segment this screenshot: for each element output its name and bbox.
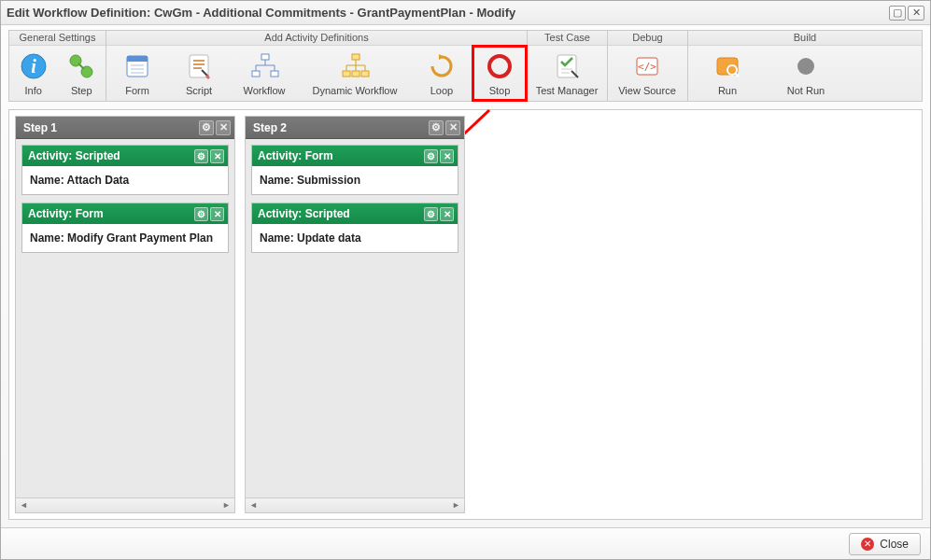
activity-card[interactable]: Activity: Scripted ⚙ ✕ Name: Update data — [251, 203, 458, 253]
activity-name: Name: Modify Grant Payment Plan — [22, 224, 228, 252]
activity-card[interactable]: Activity: Scripted ⚙ ✕ Name: Attach Data — [21, 145, 229, 195]
step-body: Activity: Scripted ⚙ ✕ Name: Attach Data… — [16, 139, 234, 497]
script-button[interactable]: Script — [168, 46, 230, 101]
view-source-icon: </> — [632, 51, 662, 81]
ribbon-group-header: General Settings — [9, 31, 106, 46]
close-icon[interactable]: ✕ — [440, 207, 454, 221]
activity-header: Activity: Scripted ⚙ ✕ — [22, 146, 228, 166]
step-icon — [66, 51, 96, 81]
close-icon[interactable]: ✕ — [210, 207, 224, 221]
svg-rect-16 — [361, 71, 369, 77]
form-button[interactable]: Form — [106, 46, 168, 101]
gear-icon[interactable]: ⚙ — [194, 207, 208, 221]
ribbon-group-header: Build — [688, 31, 922, 46]
horizontal-scrollbar[interactable]: ◄ ► — [246, 497, 464, 512]
ribbon-group-add: Add Activity Definitions Form Script — [106, 31, 528, 101]
loop-icon — [427, 51, 457, 81]
gear-icon[interactable]: ⚙ — [424, 207, 438, 221]
form-icon — [122, 51, 152, 81]
activity-name: Name: Update data — [252, 224, 458, 252]
stop-icon — [485, 51, 515, 81]
svg-point-17 — [489, 56, 510, 77]
ribbon-group-debug: Debug </> View Source — [608, 31, 688, 101]
svg-text:i: i — [31, 56, 36, 77]
window: Edit Workflow Definition: CwGm - Additio… — [0, 0, 931, 560]
svg-text:</>: </> — [638, 61, 656, 73]
svg-point-24 — [797, 58, 814, 75]
run-icon — [712, 51, 742, 81]
test-manager-icon — [552, 51, 582, 81]
script-icon — [184, 51, 214, 81]
close-icon[interactable]: ✕ — [445, 120, 460, 135]
info-icon: i — [19, 51, 49, 81]
close-icon[interactable]: ✕ — [440, 149, 454, 163]
svg-rect-11 — [252, 71, 260, 77]
scroll-left-icon: ◄ — [20, 500, 28, 510]
dynamic-workflow-button[interactable]: Dynamic Workflow — [299, 46, 411, 101]
window-title: Edit Workflow Definition: CwGm - Additio… — [7, 6, 515, 20]
step-header[interactable]: Step 2 ⚙ ✕ — [246, 117, 464, 139]
info-button[interactable]: i Info — [9, 46, 58, 101]
close-icon[interactable]: ✕ — [210, 149, 224, 163]
ribbon-group-header: Test Case — [528, 31, 607, 46]
activity-header: Activity: Scripted ⚙ ✕ — [252, 203, 458, 224]
ribbon-group-testcase: Test Case Test Manager — [528, 31, 608, 101]
run-button[interactable]: Run — [688, 46, 767, 101]
dynamic-workflow-icon — [340, 51, 370, 81]
scroll-left-icon: ◄ — [249, 500, 258, 510]
activity-name: Name: Attach Data — [22, 166, 228, 194]
step-column: Step 2 ⚙ ✕ Activity: Form ⚙ ✕ Name: Subm… — [245, 116, 465, 513]
svg-rect-12 — [271, 71, 278, 77]
step-header[interactable]: Step 1 ⚙ ✕ — [16, 117, 234, 139]
loop-button[interactable]: Loop — [411, 46, 473, 101]
close-icon[interactable]: ✕ — [216, 120, 231, 135]
svg-rect-14 — [343, 71, 350, 77]
not-run-icon — [791, 51, 821, 81]
activity-header: Activity: Form ⚙ ✕ — [252, 146, 458, 166]
titlebar: Edit Workflow Definition: CwGm - Additio… — [1, 1, 930, 25]
popout-button[interactable]: ▢ — [889, 6, 906, 21]
gear-icon[interactable]: ⚙ — [429, 120, 444, 135]
workflow-button[interactable]: Workflow — [230, 46, 299, 101]
horizontal-scrollbar[interactable]: ◄ ► — [16, 497, 234, 512]
gear-icon[interactable]: ⚙ — [424, 149, 438, 163]
close-icon: ✕ — [861, 538, 874, 551]
scroll-right-icon: ► — [452, 500, 460, 510]
scroll-right-icon: ► — [222, 500, 231, 510]
not-run-button[interactable]: Not Run — [767, 46, 845, 101]
step-column: Step 1 ⚙ ✕ Activity: Scripted ⚙ ✕ Name: … — [15, 116, 235, 513]
svg-rect-13 — [352, 54, 360, 60]
view-source-button[interactable]: </> View Source — [608, 46, 686, 101]
activity-card[interactable]: Activity: Form ⚙ ✕ Name: Submission — [251, 145, 458, 195]
svg-rect-15 — [352, 71, 360, 77]
gear-icon[interactable]: ⚙ — [194, 149, 208, 163]
dialog-footer: ✕ Close — [1, 527, 930, 559]
stop-button[interactable]: Stop — [473, 46, 527, 101]
gear-icon[interactable]: ⚙ — [199, 120, 214, 135]
step-title: Step 1 — [23, 121, 57, 134]
test-manager-button[interactable]: Test Manager — [528, 46, 606, 101]
activity-name: Name: Submission — [252, 166, 458, 194]
close-button[interactable]: ✕ Close — [849, 533, 921, 555]
activity-header: Activity: Form ⚙ ✕ — [22, 203, 228, 224]
window-close-button[interactable]: ✕ — [908, 6, 924, 21]
step-body: Activity: Form ⚙ ✕ Name: Submission Acti… — [246, 139, 464, 497]
workspace: Step 1 ⚙ ✕ Activity: Scripted ⚙ ✕ Name: … — [8, 109, 923, 520]
ribbon-group-header: Debug — [608, 31, 687, 46]
ribbon-group-header: Add Activity Definitions — [106, 31, 527, 46]
ribbon: General Settings i Info Step — [8, 30, 923, 102]
ribbon-group-general: General Settings i Info Step — [9, 31, 106, 101]
window-controls: ▢ ✕ — [889, 6, 924, 21]
step-button[interactable]: Step — [58, 46, 106, 101]
step-title: Step 2 — [253, 121, 287, 134]
svg-line-23 — [735, 73, 739, 77]
ribbon-container: General Settings i Info Step — [1, 25, 930, 102]
ribbon-group-build: Build Run Not Run — [688, 31, 922, 101]
svg-rect-5 — [127, 56, 148, 62]
workflow-icon — [249, 51, 279, 81]
svg-rect-10 — [261, 54, 269, 60]
activity-card[interactable]: Activity: Form ⚙ ✕ Name: Modify Grant Pa… — [21, 203, 229, 253]
